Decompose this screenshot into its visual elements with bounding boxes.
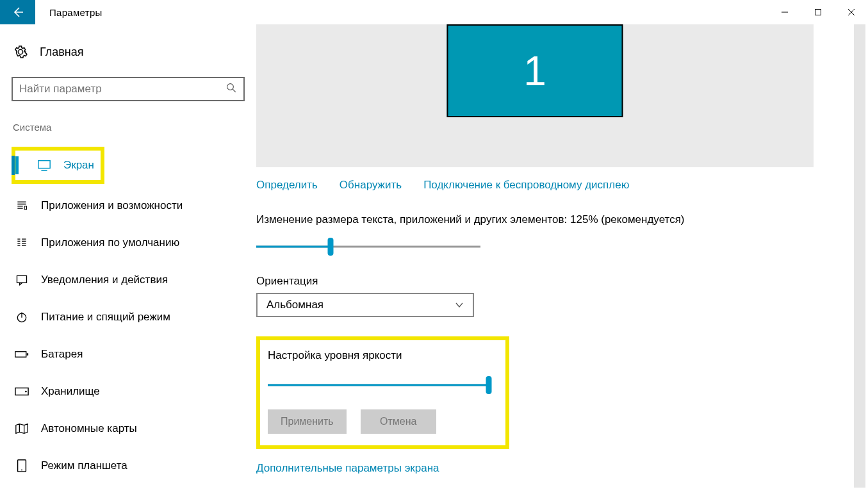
slider-fill — [268, 384, 489, 386]
orientation-select[interactable]: Альбомная — [256, 293, 474, 317]
svg-rect-7 — [27, 353, 29, 355]
monitor-1[interactable]: 1 — [447, 24, 623, 117]
search-icon — [225, 82, 237, 96]
active-indicator — [15, 156, 19, 174]
power-icon — [14, 311, 29, 324]
orientation-value: Альбомная — [266, 299, 323, 311]
sidebar-item-label: Приложения по умолчанию — [41, 236, 179, 249]
scale-label: Изменение размера текста, приложений и д… — [256, 213, 850, 226]
chevron-down-icon — [455, 301, 464, 310]
sidebar-item-tablet[interactable]: Режим планшета — [12, 450, 245, 481]
sidebar-item-label: Питание и спящий режим — [41, 311, 170, 324]
svg-rect-3 — [24, 206, 26, 210]
sidebar-item-defaults[interactable]: Приложения по умолчанию — [12, 227, 245, 258]
sidebar-item-power[interactable]: Питание и спящий режим — [12, 302, 245, 333]
svg-point-9 — [25, 391, 27, 393]
wireless-link[interactable]: Подключение к беспроводному дисплею — [423, 179, 629, 192]
section-label: Система — [12, 122, 245, 133]
orientation-label: Ориентация — [256, 275, 850, 288]
sidebar-item-label: Режим планшета — [41, 459, 127, 472]
cancel-button[interactable]: Отмена — [361, 409, 436, 434]
sidebar-item-storage[interactable]: Хранилище — [12, 376, 245, 407]
sidebar-item-label: Батарея — [41, 348, 83, 361]
svg-rect-2 — [38, 161, 50, 169]
brightness-label: Настройка уровня яркости — [268, 349, 498, 362]
minimize-button[interactable] — [768, 0, 801, 24]
scale-slider[interactable] — [256, 240, 480, 253]
sidebar-item-label: Автономные карты — [41, 422, 137, 435]
sidebar-item-notifications[interactable]: Уведомления и действия — [12, 265, 245, 295]
notifications-icon — [14, 274, 29, 286]
gear-icon — [13, 45, 28, 59]
close-button[interactable] — [835, 0, 868, 24]
sidebar-item-label: Приложения и возможности — [41, 199, 183, 212]
defaults-icon — [14, 236, 29, 249]
arrow-left-icon — [12, 6, 24, 19]
home-label: Главная — [40, 45, 84, 59]
display-icon — [37, 158, 52, 172]
maximize-button[interactable] — [801, 0, 835, 24]
slider-fill — [256, 246, 331, 248]
close-icon — [848, 8, 855, 16]
window-title: Параметры — [35, 0, 768, 24]
scrollbar[interactable] — [854, 24, 865, 488]
svg-rect-6 — [15, 352, 26, 357]
sidebar-item-label: Хранилище — [41, 385, 100, 398]
battery-icon — [14, 348, 29, 361]
maps-icon — [14, 422, 29, 435]
svg-rect-0 — [815, 10, 821, 15]
slider-thumb[interactable] — [486, 376, 492, 394]
detect-link[interactable]: Обнаружить — [340, 179, 402, 192]
storage-icon — [14, 385, 29, 398]
advanced-display-link[interactable]: Дополнительные параметры экрана — [256, 462, 439, 475]
display-arrangement-area[interactable]: 1 — [256, 24, 814, 167]
identify-link[interactable]: Определить — [256, 179, 318, 192]
minimize-icon — [781, 8, 789, 16]
sidebar-item-apps[interactable]: Приложения и возможности — [12, 190, 245, 221]
sidebar-item-label: Уведомления и действия — [41, 274, 168, 286]
sidebar-item-display[interactable]: Экран — [15, 153, 94, 177]
tablet-icon — [14, 459, 29, 473]
svg-point-1 — [227, 84, 234, 90]
sidebar-item-battery[interactable]: Батарея — [12, 339, 245, 370]
search-input-wrap[interactable] — [12, 77, 245, 101]
sidebar-item-label: Экран — [63, 159, 94, 172]
sidebar-item-maps[interactable]: Автономные карты — [12, 413, 245, 444]
svg-point-11 — [21, 470, 22, 471]
monitor-number: 1 — [523, 47, 546, 95]
search-input[interactable] — [19, 83, 218, 95]
apply-button[interactable]: Применить — [268, 409, 347, 434]
home-nav[interactable]: Главная — [12, 42, 245, 65]
slider-thumb[interactable] — [327, 238, 333, 256]
brightness-slider[interactable] — [268, 379, 489, 391]
maximize-icon — [814, 8, 822, 16]
back-button[interactable] — [0, 0, 35, 24]
highlight-display-nav: Экран — [12, 147, 104, 184]
svg-rect-4 — [17, 276, 27, 283]
highlight-brightness: Настройка уровня яркости Применить Отмен… — [256, 336, 509, 449]
apps-icon — [14, 199, 29, 212]
